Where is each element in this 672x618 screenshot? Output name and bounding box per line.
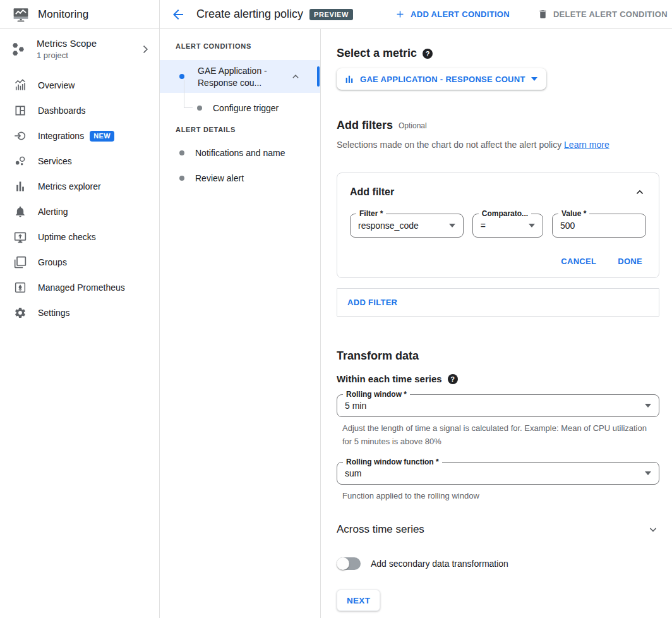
- sidebar-item-metrics-explorer[interactable]: Metrics explorer: [0, 174, 159, 199]
- groups-icon: [14, 256, 27, 269]
- comparator-select[interactable]: Comparato... =: [472, 214, 543, 238]
- filters-note: Selections made on the chart do not affe…: [337, 140, 659, 150]
- add-alert-condition-label: ADD ALERT CONDITION: [411, 9, 510, 19]
- sidebar-nav: Overview Dashboards Integrations NEW: [0, 73, 159, 325]
- add-filter-button-label: ADD FILTER: [347, 298, 397, 307]
- metric-selector-chip[interactable]: GAE APPLICATION - RESPONSE COUNT: [337, 68, 546, 90]
- sidebar-item-label: Managed Prometheus: [38, 282, 125, 293]
- integrations-icon: [14, 130, 27, 142]
- step-dot: [197, 106, 202, 111]
- rolling-window-label: Rolling window *: [343, 390, 410, 399]
- sidebar-item-label: Uptime checks: [38, 232, 96, 242]
- cancel-button[interactable]: CANCEL: [561, 257, 596, 266]
- sidebar-item-services[interactable]: Services: [0, 148, 159, 174]
- comparator-value: =: [481, 221, 529, 231]
- metrics-scope-selector[interactable]: Metrics Scope 1 project: [0, 29, 159, 69]
- rolling-window-function-helper-text: Function applied to the rolling window: [337, 489, 652, 502]
- dropdown-caret-icon: [645, 404, 651, 408]
- main-content: Select a metric ? GAE APPLICATION - RESP…: [321, 29, 672, 618]
- condition-title: GAE Application - Response cou...: [198, 65, 267, 89]
- sidebar-item-groups[interactable]: Groups: [0, 250, 159, 275]
- toggle-knob: [337, 557, 349, 570]
- delete-alert-condition-button[interactable]: DELETE ALERT CONDITION: [537, 9, 668, 20]
- done-button[interactable]: DONE: [618, 257, 642, 266]
- add-filter-card: Add filter Filter * response_code Compar…: [337, 173, 659, 278]
- managed-prometheus-icon: [14, 281, 27, 294]
- next-button[interactable]: NEXT: [337, 590, 380, 611]
- sidebar-item-label: Overview: [38, 80, 75, 90]
- step-review-alert[interactable]: Review alert: [179, 169, 244, 187]
- sidebar-item-settings[interactable]: Settings: [0, 300, 159, 325]
- transform-data-heading: Transform data: [337, 349, 659, 363]
- uptime-checks-icon: [14, 231, 27, 243]
- sidebar-item-alerting[interactable]: Alerting: [0, 199, 159, 224]
- help-icon[interactable]: ?: [423, 49, 433, 59]
- help-icon[interactable]: ?: [448, 374, 458, 384]
- secondary-transformation-label: Add secondary data transformation: [371, 559, 508, 569]
- within-each-time-series-heading: Within each time series ?: [337, 373, 659, 384]
- step-notifications-and-name[interactable]: Notifications and name: [179, 144, 285, 162]
- metrics-scope-icon: [10, 41, 27, 58]
- app-header: Monitoring: [0, 0, 159, 29]
- sidebar-item-integrations[interactable]: Integrations NEW: [0, 123, 159, 148]
- sidebar-item-label: Settings: [38, 308, 70, 318]
- trash-icon: [537, 9, 548, 20]
- collapse-chevron-up-icon[interactable]: [633, 186, 646, 198]
- dashboards-icon: [14, 104, 27, 117]
- active-step-dot: [179, 74, 184, 79]
- sidebar-item-dashboards[interactable]: Dashboards: [0, 98, 159, 123]
- learn-more-link[interactable]: Learn more: [564, 140, 609, 150]
- monitoring-logo-icon: [13, 6, 29, 23]
- sidebar-item-label: Metrics explorer: [38, 181, 101, 191]
- dropdown-caret-icon: [529, 224, 535, 227]
- add-filter-title: Add filter: [350, 186, 394, 198]
- step-configure-trigger[interactable]: Configure trigger: [197, 99, 279, 117]
- monitoring-app: Monitoring Metrics Scope 1 project: [0, 0, 672, 618]
- plus-icon: [395, 9, 405, 20]
- delete-alert-condition-label: DELETE ALERT CONDITION: [553, 9, 668, 19]
- secondary-transformation-toggle[interactable]: [337, 557, 361, 570]
- sidebar-item-label: Alerting: [38, 207, 68, 217]
- bar-chart-icon: [344, 74, 354, 84]
- filter-value: response_code: [358, 221, 449, 231]
- step-dot: [179, 150, 184, 155]
- value-label: Value *: [558, 209, 589, 218]
- filter-select[interactable]: Filter * response_code: [350, 214, 464, 238]
- chevron-right-icon: [139, 43, 152, 56]
- back-arrow-icon[interactable]: [171, 7, 186, 22]
- sidebar-item-overview[interactable]: Overview: [0, 73, 159, 98]
- optional-label: Optional: [399, 121, 427, 130]
- metric-chip-label: GAE APPLICATION - RESPONSE COUNT: [360, 75, 525, 84]
- secondary-transformation-row: Add secondary data transformation: [337, 557, 659, 570]
- rolling-window-select[interactable]: Rolling window * 5 min: [337, 394, 659, 417]
- metrics-scope-title: Metrics Scope: [37, 38, 139, 49]
- value-field[interactable]: Value *: [552, 214, 646, 238]
- add-filter-button[interactable]: ADD FILTER: [337, 288, 659, 317]
- across-time-series-section[interactable]: Across time series: [337, 523, 659, 536]
- chevron-down-icon[interactable]: [647, 523, 659, 536]
- step-label: Configure trigger: [213, 103, 279, 113]
- rolling-window-function-select[interactable]: Rolling window function * sum: [337, 462, 659, 485]
- comparator-label: Comparato...: [479, 209, 531, 218]
- add-alert-condition-button[interactable]: ADD ALERT CONDITION: [395, 9, 510, 20]
- filter-label: Filter *: [356, 209, 386, 218]
- steps-panel: ALERT CONDITIONS GAE Application - Respo…: [160, 29, 321, 618]
- chevron-up-icon[interactable]: [290, 71, 301, 82]
- settings-icon: [14, 306, 27, 319]
- rolling-window-value: 5 min: [345, 401, 645, 411]
- value-input[interactable]: [560, 221, 638, 231]
- app-title: Monitoring: [38, 8, 88, 21]
- sidebar-item-managed-prometheus[interactable]: Managed Prometheus: [0, 275, 159, 300]
- sidebar-item-label: Integrations: [38, 131, 84, 141]
- rolling-window-function-value: sum: [345, 468, 645, 478]
- dropdown-caret-icon: [449, 224, 455, 227]
- sidebar: Monitoring Metrics Scope 1 project: [0, 0, 160, 618]
- step-label: Review alert: [195, 173, 244, 183]
- sidebar-item-uptime-checks[interactable]: Uptime checks: [0, 224, 159, 250]
- page-title: Create alerting policy: [196, 8, 303, 21]
- alert-conditions-section-label: ALERT CONDITIONS: [176, 42, 251, 50]
- select-metric-heading: Select a metric ?: [337, 47, 659, 60]
- sidebar-item-label: Dashboards: [38, 106, 86, 116]
- alert-details-section-label: ALERT DETAILS: [176, 126, 236, 133]
- overview-icon: [14, 79, 27, 92]
